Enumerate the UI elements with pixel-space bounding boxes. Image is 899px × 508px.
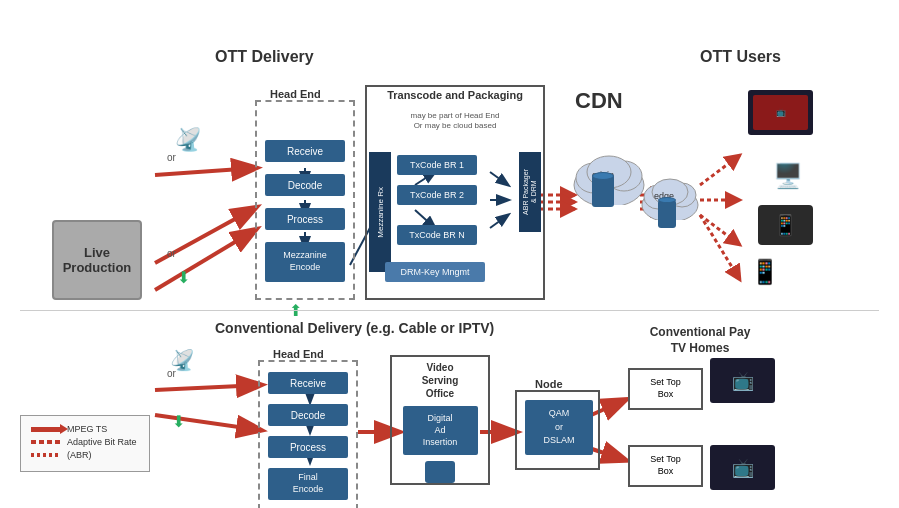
legend-mpeg-ts: MPEG TS (31, 424, 139, 434)
txcode-1: TxCode BR 1 (397, 155, 477, 175)
final-encode-conv: Final Encode (268, 468, 348, 500)
mezzanine-encode-ott: Mezzanine Encode (265, 242, 345, 282)
receive-conv: Receive (268, 372, 348, 394)
process-conv: Process (268, 436, 348, 458)
head-end-ott-title: Head End (267, 88, 324, 100)
txcode-2: TxCode BR 2 (397, 185, 477, 205)
section-divider (20, 310, 879, 311)
receive-ott: Receive (265, 140, 345, 162)
legend-abr-short: (ABR) (31, 450, 139, 460)
tv-set-top-2: 📺 (710, 445, 775, 490)
legend-abr: Adaptive Bit Rate (31, 437, 139, 447)
head-end-conv-container: Head End Receive Decode Process Final En… (258, 360, 358, 508)
ott-apple-tv: 🖥️ (760, 158, 815, 193)
ott-or-2: or (167, 248, 176, 259)
download-icon-conv: ⬇ (172, 412, 185, 431)
live-production-box: Live Production (52, 220, 142, 300)
transcode-title: Transcode and Packaging (367, 85, 543, 105)
transcode-container: Transcode and Packaging may be part of H… (365, 85, 545, 300)
ott-users-label: OTT Users (700, 48, 781, 66)
decode-ott: Decode (265, 174, 345, 196)
conventional-users-label: Conventional Pay TV Homes (645, 325, 755, 356)
edge-storage (658, 200, 676, 228)
satellite-dish-conv: 📡 (170, 348, 195, 372)
ott-tv-1: 📺 (748, 90, 813, 135)
digital-ad-insertion: Digital Ad Insertion (403, 406, 478, 455)
ott-phone: 📱 (750, 258, 780, 286)
mezzanine-rx: Mezzanine Rx (369, 152, 391, 272)
transcode-subtitle: may be part of Head End Or may be cloud … (367, 111, 543, 132)
tv-set-top-1: 📺 (710, 358, 775, 403)
vso-container: Video Serving Office Digital Ad Insertio… (390, 355, 490, 485)
svg-line-21 (700, 215, 740, 245)
vso-title: Video Serving Office (418, 357, 463, 404)
set-top-box-2: Set Top Box (628, 445, 703, 487)
head-end-ott-container: Head End Receive Decode Process Mezzanin… (255, 100, 355, 300)
drm-key: DRM-Key Mngmt (385, 262, 485, 282)
svg-line-22 (700, 215, 740, 280)
svg-line-19 (700, 155, 740, 185)
conventional-delivery-label: Conventional Delivery (e.g. Cable or IPT… (215, 320, 494, 336)
cdn-label: CDN (575, 88, 623, 114)
txcode-n: TxCode BR N (397, 225, 477, 245)
ott-tablet: 📱 (758, 205, 813, 245)
download-icon-ott: ⬇ (177, 268, 190, 287)
vso-storage (425, 461, 455, 483)
legend-box: MPEG TS Adaptive Bit Rate (ABR) (20, 415, 150, 472)
svg-line-2 (155, 230, 255, 290)
ott-or-1: or (167, 152, 176, 163)
ott-delivery-label: OTT Delivery (215, 48, 314, 66)
process-ott: Process (265, 208, 345, 230)
set-top-box-1: Set Top Box (628, 368, 703, 410)
abr-packager: ABR Packager & DRM (519, 152, 541, 232)
head-end-conv-title: Head End (270, 348, 327, 360)
diagram-container: OTT Delivery OTT Users Conventional Deli… (0, 0, 899, 508)
svg-line-24 (155, 415, 260, 430)
qam-dslam: QAM or DSLAM (525, 400, 593, 455)
node-container: Node QAM or DSLAM (515, 390, 600, 470)
node-title: Node (532, 378, 566, 390)
svg-line-23 (155, 385, 260, 390)
svg-line-0 (155, 168, 255, 175)
live-production-text: Live Production (63, 245, 132, 275)
decode-conv: Decode (268, 404, 348, 426)
satellite-dish-ott: 📡 (175, 127, 202, 153)
